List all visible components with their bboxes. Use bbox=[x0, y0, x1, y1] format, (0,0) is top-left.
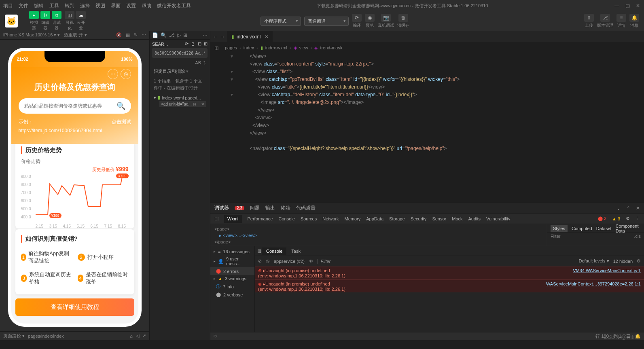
console-tab[interactable]: Console bbox=[262, 247, 286, 255]
crumb[interactable]: index bbox=[244, 45, 254, 50]
menu-settings[interactable]: 设置 bbox=[126, 2, 136, 9]
explorer-icon[interactable]: 📄 bbox=[152, 32, 158, 38]
cloud-button[interactable]: ☁ bbox=[76, 11, 86, 19]
dbg-tab-quality[interactable]: 代码质量 bbox=[296, 205, 316, 212]
msg-warnings[interactable]: ▸▲3 warnings bbox=[210, 275, 254, 282]
go-fwd-icon[interactable]: → bbox=[220, 34, 225, 40]
menu-interface[interactable]: 界面 bbox=[111, 2, 121, 9]
visual-button[interactable]: ◫ bbox=[65, 11, 74, 19]
compdata-tab[interactable]: Component Data bbox=[616, 224, 641, 233]
devtab-mock[interactable]: Mock bbox=[452, 216, 462, 221]
console-log[interactable]: ⊗ ▸Uncaught (in promise) undefined (env:… bbox=[255, 267, 644, 292]
editor-button[interactable]: ⟨⟩ bbox=[40, 11, 50, 19]
version-button[interactable]: ⎇ bbox=[600, 14, 610, 22]
back-icon[interactable]: ◁ bbox=[136, 333, 139, 338]
search-tab-icon[interactable]: 🔍 bbox=[161, 32, 167, 38]
compile-select[interactable]: 普通编译 bbox=[304, 17, 349, 26]
menu-tools[interactable]: 工具 bbox=[49, 2, 59, 9]
search-icon[interactable]: 🔍 bbox=[117, 102, 125, 110]
screenshot-icon[interactable]: ▦ bbox=[126, 32, 130, 38]
phone-screen[interactable]: 21:02 100% ⋯ ◎ 历史价格及优惠券查询 🔍 bbox=[11, 51, 138, 324]
replace-all-icon[interactable]: AB bbox=[195, 60, 201, 65]
clear-console-icon[interactable]: ⊘ bbox=[258, 258, 262, 264]
crumb[interactable]: view bbox=[299, 45, 308, 50]
search-box[interactable]: 🔍 bbox=[19, 98, 131, 114]
go-back-icon[interactable]: ← bbox=[213, 34, 218, 40]
warn-count-icon[interactable]: ▲ 3 bbox=[612, 216, 620, 221]
split-icon[interactable]: ◫ bbox=[214, 45, 218, 51]
search-input[interactable] bbox=[24, 103, 117, 109]
error-source-link[interactable]: WAServiceMainContext…397294028e=2.26.1:1 bbox=[546, 281, 641, 292]
dbg-tab-output[interactable]: 输出 bbox=[265, 205, 275, 212]
kebab-icon[interactable]: ⋮ bbox=[636, 216, 640, 221]
expand-icon[interactable]: ⤢ bbox=[142, 333, 146, 338]
menu-select[interactable]: 选择 bbox=[80, 2, 90, 9]
devtab-sensor[interactable]: Sensor bbox=[432, 216, 446, 221]
msg-errors[interactable]: ⬤2 errors bbox=[210, 267, 254, 275]
preview-button[interactable]: ◉ bbox=[365, 14, 375, 22]
remote-debug-button[interactable]: 📷 bbox=[381, 14, 391, 22]
close-icon[interactable]: ✕ bbox=[635, 3, 641, 8]
more-sim-icon[interactable]: ⋯ bbox=[142, 32, 146, 38]
regex-icon[interactable]: .* bbox=[202, 51, 205, 55]
console-gear-icon[interactable]: ⚙ bbox=[637, 258, 641, 264]
devtab-network[interactable]: Network bbox=[322, 216, 339, 221]
copy-icon[interactable]: ⎘ bbox=[193, 102, 196, 106]
code-text[interactable]: </view> <view class="section-content" st… bbox=[236, 53, 644, 203]
tutorial-button[interactable]: 查看详细使用教程 bbox=[15, 298, 134, 316]
capsule-close-icon[interactable]: ◎ bbox=[121, 69, 131, 79]
cls-button[interactable]: .cls bbox=[634, 234, 641, 239]
msg-user[interactable]: ▸👤9 user mess... bbox=[210, 255, 254, 267]
page-path-dropdown[interactable]: 页面路径 ▾ bbox=[3, 333, 25, 339]
ed-status-icon[interactable]: ⟳ bbox=[214, 334, 217, 339]
dbg-tab-problems[interactable]: 问题 bbox=[250, 205, 260, 212]
try-link[interactable]: 点击测试 bbox=[112, 118, 131, 125]
styles-filter[interactable]: Filter bbox=[551, 234, 634, 239]
clear-icon[interactable]: 🗋 bbox=[191, 42, 195, 47]
level-select[interactable]: Default levels bbox=[579, 258, 609, 264]
devtab-security[interactable]: Security bbox=[411, 216, 427, 221]
messages-button[interactable]: 🔔 bbox=[629, 14, 639, 22]
result-match[interactable]: <ad unit-id="ad...⎘✕ bbox=[159, 101, 206, 107]
task-tab[interactable]: Task bbox=[287, 247, 305, 255]
crumb[interactable]: index.wxml bbox=[265, 45, 287, 50]
devtab-vuln[interactable]: Vulnerability bbox=[486, 216, 511, 221]
dataset-tab[interactable]: Dataset bbox=[596, 226, 612, 231]
msg-info[interactable]: ⓘ7 info bbox=[210, 282, 254, 291]
eye-icon[interactable]: 👁 bbox=[309, 259, 313, 264]
home-icon[interactable]: ⌂ bbox=[130, 334, 133, 338]
menu-devtools[interactable]: 微信开发者工具 bbox=[157, 2, 191, 9]
git-icon[interactable]: ⎇ bbox=[169, 32, 175, 38]
search-value[interactable]: 8e509190606cd228 bbox=[155, 51, 193, 55]
error-row[interactable]: ⊗ ▸Uncaught (in promise) undefined (env:… bbox=[255, 280, 644, 292]
msg-all[interactable]: ▸≡16 messages bbox=[210, 248, 254, 255]
error-source-link[interactable]: VM34 WAServiceMainContext.js:1 bbox=[573, 268, 641, 278]
top-icon[interactable]: ◎ bbox=[266, 258, 270, 264]
dbg-min-icon[interactable]: ⌄ bbox=[616, 205, 621, 211]
menu-edit[interactable]: 编辑 bbox=[34, 2, 44, 9]
code-area[interactable]: ▾▾▾▾ </view> <view class="section-conten… bbox=[210, 53, 644, 203]
capsule-menu-icon[interactable]: ⋯ bbox=[108, 69, 118, 79]
devtab-sources[interactable]: Sources bbox=[301, 216, 317, 221]
hot-reload-select[interactable]: 热重载 开 bbox=[64, 32, 87, 38]
editor-tab[interactable]: ▮ index.wxml ✕ bbox=[227, 31, 273, 43]
search-options[interactable]: 限定目录和排除 bbox=[150, 67, 210, 76]
device-select[interactable]: iPhone XS Max 100% 16 ▾ bbox=[3, 32, 60, 38]
upload-button[interactable]: ⇧ bbox=[584, 14, 594, 22]
menu-view[interactable]: 视图 bbox=[95, 2, 105, 9]
console-filter[interactable]: Filter bbox=[317, 259, 575, 264]
sidebar-toggle-icon[interactable]: ▥ bbox=[257, 248, 261, 254]
dbg-close-icon[interactable]: ✕ bbox=[636, 205, 640, 211]
devtab-wxml[interactable]: Wxml bbox=[224, 215, 242, 223]
dbg-max-icon[interactable]: ⌃ bbox=[626, 205, 630, 211]
debugger-button[interactable]: ⧉ bbox=[52, 11, 61, 19]
minimize-icon[interactable]: — bbox=[614, 3, 620, 8]
menu-project[interactable]: 项目 bbox=[3, 2, 13, 9]
computed-tab[interactable]: Computed bbox=[572, 226, 592, 231]
devtab-appdata[interactable]: AppData bbox=[366, 216, 383, 221]
collapse-icon[interactable]: ⊟ bbox=[198, 41, 201, 47]
mode-select[interactable]: 小程序模式 bbox=[261, 17, 301, 26]
close-tab-icon[interactable]: ✕ bbox=[265, 34, 269, 40]
clear-cache-button[interactable]: 🗑 bbox=[398, 14, 408, 22]
error-row[interactable]: ⊗ ▸Uncaught (in promise) undefined (env:… bbox=[255, 267, 644, 280]
